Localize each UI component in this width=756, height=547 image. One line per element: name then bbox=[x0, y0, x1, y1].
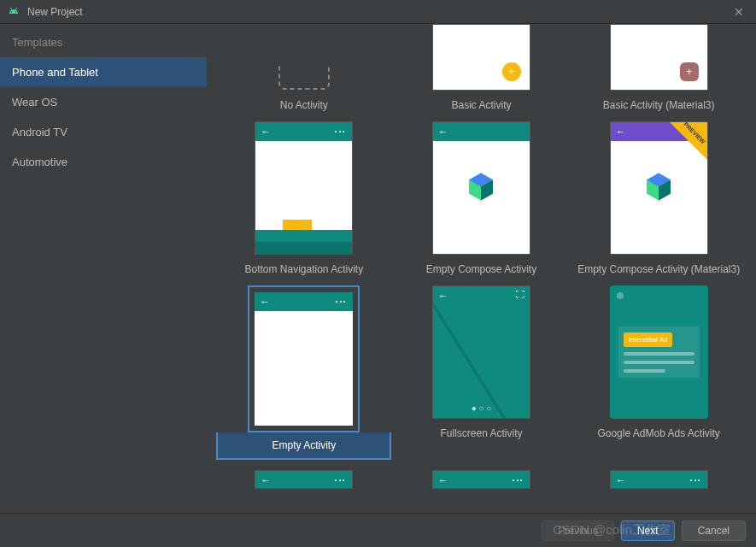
template-thumbnail: ←⛶ ● ○ ○ bbox=[432, 285, 530, 419]
sidebar-item-wear-os[interactable]: Wear OS bbox=[0, 87, 207, 117]
sidebar-item-automotive[interactable]: Automotive bbox=[0, 147, 207, 177]
app-bar: ←⋮ bbox=[255, 471, 352, 489]
sidebar-item-phone-tablet[interactable]: Phone and Tablet bbox=[0, 57, 207, 87]
fullscreen-body: ● ○ ○ bbox=[433, 305, 530, 418]
template-grid: No Activity + Basic Activity + Basic Act… bbox=[215, 24, 747, 499]
svg-point-0 bbox=[11, 11, 12, 12]
back-arrow-icon: ← bbox=[261, 126, 271, 138]
template-thumbnail: ← PREVIEW bbox=[610, 121, 708, 255]
template-label: Google AdMob Ads Activity bbox=[597, 427, 719, 439]
template-empty-compose[interactable]: ← Empty Compose Activity bbox=[394, 121, 569, 275]
template-admob-activity[interactable]: Interstitial Ad Google AdMob Ads Activit… bbox=[571, 285, 747, 460]
next-button[interactable]: Next bbox=[621, 521, 675, 541]
admob-body: Interstitial Ad bbox=[610, 285, 708, 419]
svg-line-2 bbox=[10, 8, 12, 10]
compose-logo-icon bbox=[464, 170, 498, 207]
back-arrow-icon: ← bbox=[261, 474, 271, 486]
template-thumbnail: + bbox=[432, 24, 530, 91]
sidebar-item-label: Wear OS bbox=[12, 96, 57, 109]
template-label: Fullscreen Activity bbox=[440, 427, 522, 439]
template-label: Empty Compose Activity bbox=[426, 263, 536, 275]
template-thumbnail: ←⋮ bbox=[255, 470, 353, 489]
ad-label: Interstitial Ad bbox=[624, 332, 673, 347]
overflow-icon: ⋮ bbox=[333, 126, 347, 138]
bottom-bar bbox=[255, 242, 352, 254]
template-no-activity[interactable]: No Activity bbox=[216, 24, 391, 111]
close-icon[interactable]: ✕ bbox=[729, 5, 749, 19]
back-arrow-icon: ← bbox=[438, 290, 448, 302]
overflow-icon: ⋮ bbox=[511, 474, 525, 486]
sidebar-header: Templates bbox=[0, 24, 207, 57]
template-basic-activity[interactable]: + Basic Activity bbox=[394, 24, 569, 111]
fullscreen-icon: ⛶ bbox=[516, 290, 525, 299]
svg-rect-4 bbox=[279, 65, 329, 89]
bottom-nav-bar bbox=[255, 230, 352, 242]
back-arrow-icon: ← bbox=[438, 474, 448, 486]
overflow-icon: ⋮ bbox=[333, 474, 347, 486]
svg-line-3 bbox=[16, 8, 18, 10]
app-bar: ←⛶ bbox=[433, 286, 530, 305]
sidebar: Templates Phone and Tablet Wear OS Andro… bbox=[0, 24, 207, 511]
main-content: Templates Phone and Tablet Wear OS Andro… bbox=[0, 24, 756, 511]
template-label: Bottom Navigation Activity bbox=[244, 263, 363, 275]
template-thumbnail: ← bbox=[432, 121, 530, 255]
sidebar-item-label: Automotive bbox=[12, 156, 67, 168]
template-label: Basic Activity (Material3) bbox=[603, 99, 715, 111]
window-title: New Project bbox=[27, 6, 729, 18]
template-partial[interactable]: ←⋮ bbox=[394, 470, 569, 489]
template-thumbnail: ←⋮ bbox=[255, 121, 353, 255]
footer: Previous Next Cancel bbox=[0, 513, 756, 547]
back-arrow-icon: ← bbox=[438, 126, 448, 138]
sidebar-item-android-tv[interactable]: Android TV bbox=[0, 117, 207, 147]
template-label: Empty Activity bbox=[216, 432, 391, 460]
template-thumbnail: + bbox=[610, 24, 708, 91]
fab-icon: + bbox=[502, 62, 521, 81]
app-bar: ← bbox=[433, 122, 530, 141]
back-arrow-icon: ← bbox=[616, 474, 626, 486]
previous-button[interactable]: Previous bbox=[542, 521, 614, 541]
template-thumbnail: ←⋮ bbox=[432, 470, 530, 489]
template-thumbnail: Interstitial Ad bbox=[610, 285, 708, 419]
template-label: Basic Activity bbox=[451, 99, 511, 111]
template-thumbnail bbox=[255, 24, 353, 91]
template-thumbnail: ←⋮ bbox=[255, 292, 353, 426]
template-fullscreen-activity[interactable]: ←⛶ ● ○ ○ Fullscreen Activity bbox=[394, 285, 569, 460]
template-thumbnail: ←⋮ bbox=[610, 470, 708, 489]
overflow-icon: ⋮ bbox=[689, 474, 702, 486]
sidebar-item-label: Android TV bbox=[12, 126, 67, 138]
overflow-icon: ⋮ bbox=[334, 296, 348, 308]
template-empty-activity[interactable]: ←⋮ Empty Activity bbox=[216, 285, 391, 460]
app-bar: ←⋮ bbox=[255, 122, 352, 141]
template-label: Empty Compose Activity (Material3) bbox=[577, 263, 740, 275]
page-dots-icon: ● ○ ○ bbox=[433, 403, 530, 413]
android-logo-icon bbox=[7, 5, 21, 19]
cancel-button[interactable]: Cancel bbox=[682, 521, 746, 541]
template-bottom-navigation[interactable]: ←⋮ Bottom Navigation Activity bbox=[216, 121, 391, 275]
svg-point-1 bbox=[15, 11, 16, 12]
back-arrow-icon: ← bbox=[260, 296, 270, 308]
back-arrow-icon: ← bbox=[616, 126, 626, 138]
app-bar: ←⋮ bbox=[433, 471, 530, 489]
titlebar: New Project ✕ bbox=[0, 0, 756, 24]
template-partial[interactable]: ←⋮ bbox=[216, 470, 391, 489]
app-bar: ←⋮ bbox=[255, 292, 353, 311]
template-empty-compose-m3[interactable]: ← PREVIEW Empty Compose Activity (Materi… bbox=[571, 121, 747, 275]
sidebar-item-label: Phone and Tablet bbox=[12, 66, 98, 79]
template-label: No Activity bbox=[280, 99, 328, 111]
template-partial[interactable]: ←⋮ bbox=[571, 470, 747, 489]
fab-icon: + bbox=[680, 62, 699, 81]
compose-logo-icon bbox=[642, 170, 676, 207]
template-basic-activity-m3[interactable]: + Basic Activity (Material3) bbox=[571, 24, 747, 111]
template-grid-container: No Activity + Basic Activity + Basic Act… bbox=[207, 24, 756, 511]
app-bar: ←⋮ bbox=[611, 471, 707, 489]
